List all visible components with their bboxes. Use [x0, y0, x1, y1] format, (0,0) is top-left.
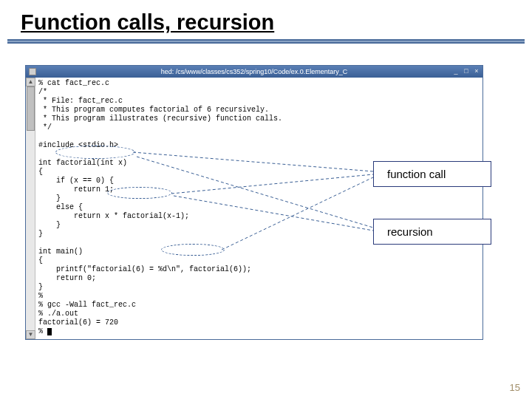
code-line: % gcc -Wall fact_rec.c — [38, 301, 136, 309]
code-line: * This program computes factorial of 6 r… — [38, 106, 269, 114]
code-line: % — [38, 292, 43, 300]
title-path: /cs/www/classes/cs352/spring10/Code/ex.0… — [176, 68, 348, 75]
code-line: return 1; — [38, 185, 114, 194]
highlight-circle-factorial-decl — [55, 146, 135, 159]
close-button[interactable]: × — [472, 66, 481, 75]
code-line: printf("factorial(6) = %d\n", factorial(… — [38, 265, 251, 273]
scroll-thumb[interactable] — [27, 86, 35, 131]
cursor-icon — [47, 328, 52, 335]
code-line: if (x == 0) { — [38, 177, 114, 185]
code-line: * This program illustrates (recursive) f… — [38, 115, 282, 123]
annotation-recursion: recursion — [373, 219, 491, 245]
minimize-button[interactable]: _ — [451, 66, 460, 75]
code-line: % — [38, 327, 47, 335]
code-line: * File: fact_rec.c — [38, 97, 123, 105]
highlight-circle-recursive-call — [107, 187, 172, 199]
code-line: } — [38, 230, 43, 238]
scroll-down-icon[interactable]: ▼ — [26, 330, 35, 339]
code-line: % ./a.out — [38, 310, 78, 318]
code-line: /* — [38, 88, 47, 96]
code-line: } — [38, 221, 61, 229]
title-divider — [0, 39, 532, 44]
title-prefix: hed: — [161, 68, 174, 75]
window-buttons: _ □ × — [451, 66, 481, 75]
window-titlebar[interactable]: hed: /cs/www/classes/cs352/spring10/Code… — [26, 66, 482, 78]
terminal-window: hed: /cs/www/classes/cs352/spring10/Code… — [25, 65, 483, 340]
code-line: } — [38, 194, 61, 202]
maximize-button[interactable]: □ — [462, 66, 471, 75]
annotation-function-call: function call — [373, 161, 491, 187]
code-line: return 0; — [38, 274, 96, 282]
window-title: hed: /cs/www/classes/cs352/spring10/Code… — [161, 68, 348, 75]
code-line: int main() — [38, 248, 83, 256]
code-line: } — [38, 283, 43, 291]
code-line: else { — [38, 203, 83, 211]
code-line: int factorial(int x) — [38, 159, 127, 167]
code-line: return x * factorial(x-1); — [38, 212, 189, 220]
terminal-body: ▲ ▼ % cat fact_rec.c /* * File: fact_rec… — [26, 78, 482, 339]
app-icon — [29, 68, 36, 75]
code-line: */ — [38, 123, 52, 132]
code-line: factorial(6) = 720 — [38, 318, 118, 327]
page-number: 15 — [510, 382, 520, 393]
highlight-circle-main-call — [161, 244, 225, 256]
scrollbar[interactable]: ▲ ▼ — [26, 78, 35, 339]
code-line: { — [38, 256, 43, 265]
slide-title: Function calls, recursion — [0, 0, 532, 38]
code-line: % cat fact_rec.c — [38, 79, 109, 87]
code-line: { — [38, 168, 43, 176]
terminal-output: % cat fact_rec.c /* * File: fact_rec.c *… — [35, 78, 482, 339]
scroll-up-icon[interactable]: ▲ — [26, 78, 35, 86]
